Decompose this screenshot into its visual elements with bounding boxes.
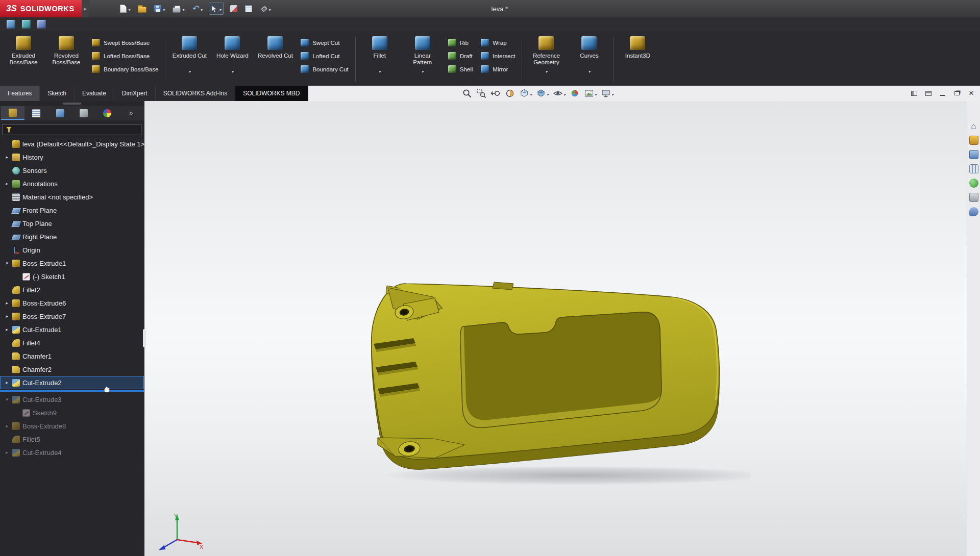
mirror-button[interactable]: Mirror bbox=[481, 63, 515, 75]
shell-button[interactable]: Shell bbox=[448, 63, 473, 75]
tab-featuremanager-tree[interactable] bbox=[1, 106, 24, 120]
intersect-button[interactable]: Intersect bbox=[481, 50, 515, 62]
quick-toolbar-icon-1[interactable] bbox=[7, 20, 15, 29]
restore-document-button[interactable] bbox=[952, 89, 962, 98]
chevron-down-icon[interactable] bbox=[547, 89, 549, 98]
previous-view-button[interactable] bbox=[491, 88, 501, 98]
swept-boss-base-button[interactable]: Swept Boss/Base bbox=[92, 37, 158, 48]
options-button[interactable] bbox=[259, 3, 271, 15]
tree-item-fillet4[interactable]: Fillet4 bbox=[0, 336, 144, 349]
zoom-to-fit-button[interactable] bbox=[462, 88, 472, 98]
tab-dimxpert[interactable]: DimXpert bbox=[114, 86, 156, 101]
tab-evaluate[interactable]: Evaluate bbox=[75, 86, 114, 101]
tree-item-chamfer1[interactable]: Chamfer1 bbox=[0, 349, 144, 363]
tab-property-manager[interactable] bbox=[24, 106, 48, 120]
tree-item-sketch9[interactable]: Sketch9 bbox=[0, 406, 144, 419]
menu-expand-icon[interactable] bbox=[82, 0, 89, 17]
expand-arrow[interactable] bbox=[4, 423, 10, 428]
tree-item-history[interactable]: History bbox=[0, 150, 144, 164]
extruded-boss-base-button[interactable]: Extruded Boss/Base bbox=[2, 33, 45, 86]
tab-display-manager[interactable] bbox=[95, 106, 119, 120]
view-palette-icon[interactable] bbox=[969, 164, 978, 173]
tree-item-material[interactable]: Material <not specified> bbox=[0, 190, 144, 204]
save-button[interactable] bbox=[153, 3, 166, 15]
file-explorer-icon[interactable] bbox=[969, 150, 978, 159]
expand-arrow[interactable] bbox=[4, 327, 10, 332]
boundary-cut-button[interactable]: Boundary Cut bbox=[301, 63, 348, 75]
select-tool-button[interactable] bbox=[209, 3, 224, 15]
tree-item-cut-extrude2[interactable]: Cut-Extrude2 bbox=[0, 376, 144, 389]
undo-button[interactable] bbox=[191, 3, 203, 15]
graphics-viewport[interactable]: Y X bbox=[144, 101, 967, 556]
tree-item-annotations[interactable]: Annotations bbox=[0, 177, 144, 190]
chevron-down-icon[interactable] bbox=[564, 89, 566, 98]
tree-item-fillet2[interactable]: Fillet2 bbox=[0, 283, 144, 296]
chevron-down-icon[interactable] bbox=[422, 66, 424, 71]
edit-appearance-button[interactable] bbox=[570, 88, 580, 98]
quick-toolbar-icon-2[interactable] bbox=[22, 20, 31, 29]
chevron-down-icon[interactable] bbox=[595, 89, 597, 98]
chevron-down-icon[interactable] bbox=[379, 66, 381, 71]
lofted-boss-base-button[interactable]: Lofted Boss/Base bbox=[92, 50, 158, 62]
tab-configuration-manager[interactable] bbox=[48, 106, 72, 120]
expand-arrow[interactable] bbox=[4, 155, 10, 160]
tab-solidworks-mbd[interactable]: SOLIDWORKS MBD bbox=[235, 86, 308, 101]
chevron-down-icon[interactable] bbox=[530, 89, 532, 98]
section-view-button[interactable] bbox=[505, 88, 515, 98]
tree-item-fillet5[interactable]: Fillet5 bbox=[0, 433, 144, 446]
tree-item-boss-extrude7[interactable]: Boss-Extrude7 bbox=[0, 310, 144, 323]
chevron-down-icon[interactable] bbox=[611, 89, 614, 98]
expand-arrow[interactable] bbox=[4, 314, 10, 319]
model-3d-part[interactable] bbox=[357, 275, 750, 490]
close-document-button[interactable] bbox=[967, 89, 976, 98]
print-button[interactable] bbox=[172, 3, 185, 15]
display-style-button[interactable] bbox=[536, 88, 549, 98]
revolved-cut-button[interactable]: Revolved Cut bbox=[254, 33, 297, 86]
extruded-cut-button[interactable]: Extruded Cut bbox=[168, 33, 211, 86]
rollback-bar[interactable] bbox=[0, 390, 144, 392]
hole-wizard-button[interactable]: Hole Wizard bbox=[211, 33, 254, 86]
chevron-down-icon[interactable] bbox=[545, 66, 547, 71]
rib-button[interactable]: Rib bbox=[448, 37, 473, 48]
new-document-button[interactable] bbox=[119, 3, 131, 15]
tree-filter-input[interactable] bbox=[3, 124, 141, 135]
tab-solidworks-add-ins[interactable]: SOLIDWORKS Add-Ins bbox=[156, 86, 235, 101]
fillet-button[interactable]: Fillet bbox=[358, 33, 401, 86]
expand-arrow[interactable] bbox=[4, 380, 10, 385]
view-orientation-button[interactable] bbox=[519, 88, 532, 98]
linear-pattern-button[interactable]: Linear Pattern bbox=[401, 33, 444, 86]
reference-geometry-button[interactable]: Reference Geometry bbox=[525, 33, 568, 86]
tree-item-boss-extrude1[interactable]: Boss-Extrude1 bbox=[0, 257, 144, 270]
tree-root-item[interactable]: leva (Default<<Default>_Display State 1>… bbox=[0, 137, 144, 150]
chevron-down-icon[interactable] bbox=[588, 66, 590, 71]
collapse-pane-button[interactable] bbox=[910, 89, 919, 98]
tree-item-cut-extrude3[interactable]: Cut-Extrude3 bbox=[0, 393, 144, 406]
zoom-to-area-button[interactable] bbox=[476, 88, 486, 98]
expand-arrow[interactable] bbox=[4, 300, 10, 306]
quick-toolbar-icon-3[interactable] bbox=[37, 20, 46, 29]
instant3d-button[interactable]: Instant3D bbox=[616, 33, 659, 86]
boundary-boss-base-button[interactable]: Boundary Boss/Base bbox=[92, 63, 158, 75]
hide-show-items-button[interactable] bbox=[553, 88, 566, 98]
custom-properties-icon[interactable] bbox=[969, 193, 978, 202]
panel-splitter-handle[interactable] bbox=[143, 329, 146, 347]
draft-button[interactable]: Draft bbox=[448, 50, 473, 62]
open-button[interactable] bbox=[137, 3, 148, 15]
solidworks-resources-icon[interactable] bbox=[969, 121, 978, 131]
tree-item-right-plane[interactable]: Right Plane bbox=[0, 230, 144, 243]
design-table-button[interactable] bbox=[244, 3, 253, 15]
panel-tabs-overflow[interactable] bbox=[119, 106, 143, 120]
design-library-icon[interactable] bbox=[969, 136, 978, 145]
minimize-document-button[interactable] bbox=[938, 89, 947, 98]
view-settings-button[interactable] bbox=[601, 88, 614, 98]
apply-scene-button[interactable] bbox=[584, 88, 597, 98]
wrap-button[interactable]: Wrap bbox=[481, 37, 515, 48]
tree-item-top-plane[interactable]: Top Plane bbox=[0, 217, 144, 230]
file-properties-button[interactable] bbox=[229, 3, 238, 15]
lofted-cut-button[interactable]: Lofted Cut bbox=[301, 50, 348, 62]
tree-item-sketch1[interactable]: (-) Sketch1 bbox=[0, 270, 144, 283]
split-pane-button[interactable] bbox=[924, 89, 933, 98]
tree-item-boss-extrude8[interactable]: Boss-Extrude8 bbox=[0, 419, 144, 433]
chevron-down-icon[interactable] bbox=[188, 66, 190, 71]
expand-arrow[interactable] bbox=[4, 181, 10, 186]
